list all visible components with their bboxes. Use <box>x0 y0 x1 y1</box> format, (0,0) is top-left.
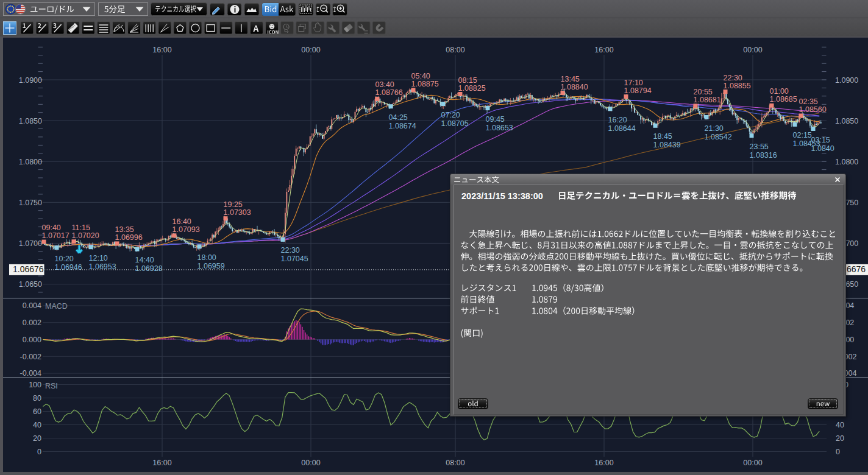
svg-text:1.08705: 1.08705 <box>441 119 469 128</box>
svg-text:09:40: 09:40 <box>42 223 61 232</box>
svg-text:02:35: 02:35 <box>799 97 818 106</box>
svg-text:1.0800: 1.0800 <box>835 158 858 166</box>
svg-text:00:00: 00:00 <box>743 46 762 54</box>
svg-text:40: 40 <box>33 421 41 429</box>
svg-text:1.07093: 1.07093 <box>173 225 200 234</box>
svg-text:1.0900: 1.0900 <box>835 76 858 85</box>
svg-text:60: 60 <box>33 407 41 416</box>
svg-text:1.06676: 1.06676 <box>13 264 44 274</box>
svg-text:16:00: 16:00 <box>152 459 171 467</box>
svg-text:1.07020: 1.07020 <box>72 231 99 240</box>
svg-text:00:00: 00:00 <box>301 46 320 54</box>
svg-text:-0.002: -0.002 <box>20 353 41 361</box>
svg-text:20:55: 20:55 <box>694 88 713 96</box>
svg-text:1.08316: 1.08316 <box>750 151 777 160</box>
svg-text:0.002: 0.002 <box>23 318 41 327</box>
svg-text:6676: 6676 <box>847 264 866 274</box>
svg-text:18:00: 18:00 <box>197 253 216 262</box>
svg-text:1.06928: 1.06928 <box>135 264 163 273</box>
svg-text:02:15: 02:15 <box>793 131 812 139</box>
svg-text:1.08825: 1.08825 <box>458 84 486 93</box>
svg-text:20: 20 <box>33 434 41 443</box>
svg-text:1.07017: 1.07017 <box>42 231 69 240</box>
svg-text:13:45: 13:45 <box>561 75 580 83</box>
svg-text:RSI: RSI <box>45 382 58 390</box>
svg-text:16:20: 16:20 <box>608 116 627 124</box>
svg-text:1.0850: 1.0850 <box>19 117 42 125</box>
svg-text:1.08855: 1.08855 <box>724 82 751 90</box>
svg-text:1.0850: 1.0850 <box>835 117 858 125</box>
svg-text:0.004: 0.004 <box>23 301 41 310</box>
svg-text:13:35: 13:35 <box>115 225 134 234</box>
svg-text:1.0900: 1.0900 <box>19 76 42 85</box>
svg-text:16:00: 16:00 <box>594 46 613 54</box>
svg-text:18:45: 18:45 <box>653 132 672 141</box>
svg-text:80: 80 <box>33 394 41 403</box>
svg-text:16:40: 16:40 <box>173 217 191 226</box>
svg-text:1.08794: 1.08794 <box>624 86 652 95</box>
svg-text:16:00: 16:00 <box>152 46 171 54</box>
svg-text:11:15: 11:15 <box>72 223 90 232</box>
svg-text:0.000: 0.000 <box>23 336 41 344</box>
svg-text:MACD: MACD <box>45 302 68 311</box>
svg-text:14:40: 14:40 <box>135 256 154 264</box>
svg-text:1.08674: 1.08674 <box>389 122 416 130</box>
svg-text:1.08560: 1.08560 <box>799 105 827 114</box>
svg-text:1.0700: 1.0700 <box>19 239 42 248</box>
svg-text:04:25: 04:25 <box>389 113 408 122</box>
svg-text:100: 100 <box>29 381 41 389</box>
svg-text:20: 20 <box>836 434 844 443</box>
svg-text:16:00: 16:00 <box>594 459 613 467</box>
svg-text:01:00: 01:00 <box>770 87 789 96</box>
svg-text:22:30: 22:30 <box>724 74 742 82</box>
svg-text:1.0800: 1.0800 <box>19 158 42 166</box>
svg-text:1.08840: 1.08840 <box>561 83 588 91</box>
svg-text:21:30: 21:30 <box>705 124 724 133</box>
svg-text:1.07303: 1.07303 <box>224 208 251 217</box>
svg-text:05:40: 05:40 <box>411 72 430 80</box>
svg-text:0: 0 <box>836 448 840 456</box>
svg-text:10:20: 10:20 <box>55 255 74 263</box>
svg-text:1.0750: 1.0750 <box>19 199 42 207</box>
svg-text:00:00: 00:00 <box>301 459 320 467</box>
svg-text:08:15: 08:15 <box>458 76 477 85</box>
svg-text:0: 0 <box>37 448 41 456</box>
svg-text:12:10: 12:10 <box>89 254 108 262</box>
svg-text:1.08685: 1.08685 <box>770 95 797 104</box>
svg-text:17:10: 17:10 <box>624 79 643 87</box>
svg-text:08:00: 08:00 <box>446 459 464 467</box>
svg-text:1.08542: 1.08542 <box>705 133 732 141</box>
svg-text:22:30: 22:30 <box>281 246 300 255</box>
svg-text:1.06996: 1.06996 <box>115 233 143 242</box>
svg-text:1.06946: 1.06946 <box>55 263 82 272</box>
svg-text:1.07045: 1.07045 <box>281 255 308 263</box>
svg-text:1.08766: 1.08766 <box>375 88 403 97</box>
svg-text:19:25: 19:25 <box>224 200 243 209</box>
svg-text:40: 40 <box>836 421 844 429</box>
svg-text:03:40: 03:40 <box>375 80 394 89</box>
svg-text:07:20: 07:20 <box>441 111 460 119</box>
svg-text:1.08681: 1.08681 <box>694 96 721 104</box>
svg-text:-0.004: -0.004 <box>20 369 41 378</box>
svg-text:1.08653: 1.08653 <box>486 124 513 132</box>
svg-text:03:15: 03:15 <box>811 136 830 144</box>
svg-text:1.08875: 1.08875 <box>411 80 439 88</box>
svg-text:08:00: 08:00 <box>446 46 464 54</box>
svg-text:2023/11/15 13:38:00: 2023/11/15 13:38:00 <box>461 191 543 201</box>
svg-text:1.0840: 1.0840 <box>811 144 834 153</box>
svg-text:09:45: 09:45 <box>486 115 505 124</box>
svg-text:23:55: 23:55 <box>750 142 769 151</box>
svg-text:1.08644: 1.08644 <box>608 124 636 133</box>
svg-text:1.06959: 1.06959 <box>197 262 225 270</box>
svg-text:00:00: 00:00 <box>743 459 762 467</box>
svg-text:1.0650: 1.0650 <box>19 280 42 289</box>
svg-text:1.08439: 1.08439 <box>653 141 681 149</box>
